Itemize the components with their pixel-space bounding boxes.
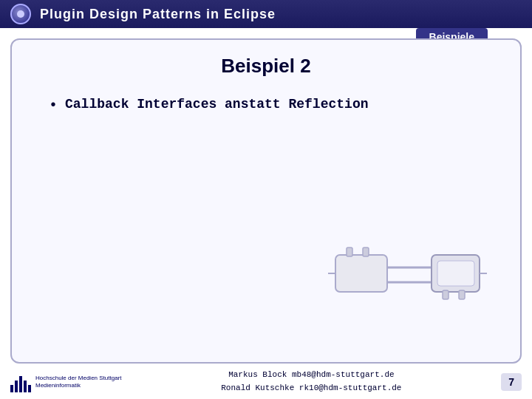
svg-rect-7 <box>459 290 465 299</box>
diagram-area <box>328 214 491 332</box>
content-title: Beispiel 2 <box>34 55 498 78</box>
svg-rect-8 <box>437 261 474 286</box>
bar4 <box>24 381 27 392</box>
footer-contact-line2: Ronald Kutschke rk10@hdm-stuttgart.de <box>221 382 401 395</box>
page-title: Plugin Design Patterns in Eclipse <box>40 7 276 22</box>
bullet-text: Callback Interfaces anstatt Reflection <box>65 95 368 114</box>
footer-contact-line1: Markus Block mb48@hdm-stuttgart.de <box>221 369 401 382</box>
diagram-svg <box>328 214 491 332</box>
footer-contact: Markus Block mb48@hdm-stuttgart.de Ronal… <box>221 369 401 395</box>
logo-inner <box>17 10 24 18</box>
bar5 <box>28 385 31 392</box>
bar1 <box>10 385 13 392</box>
header-logo <box>10 4 31 24</box>
svg-rect-0 <box>335 255 387 292</box>
svg-rect-2 <box>363 248 369 256</box>
bar2 <box>15 381 18 392</box>
svg-rect-6 <box>443 290 449 299</box>
footer-logo: Hochschule der Medien StuttgartMedieninf… <box>10 372 122 392</box>
header-bar: Plugin Design Patterns in Eclipse <box>0 0 532 28</box>
footer: Hochschule der Medien StuttgartMedieninf… <box>0 365 532 399</box>
svg-rect-1 <box>347 248 352 256</box>
footer-logo-bars <box>10 372 31 392</box>
content-area: Beispiel 2 • Callback Interfaces anstatt… <box>10 38 522 364</box>
footer-logo-text: Hochschule der Medien StuttgartMedieninf… <box>35 375 122 390</box>
footer-page-number: 7 <box>501 373 522 391</box>
bullet-item: • Callback Interfaces anstatt Reflection <box>49 95 498 116</box>
bullet-dot: • <box>49 95 58 116</box>
bar3 <box>19 376 22 392</box>
